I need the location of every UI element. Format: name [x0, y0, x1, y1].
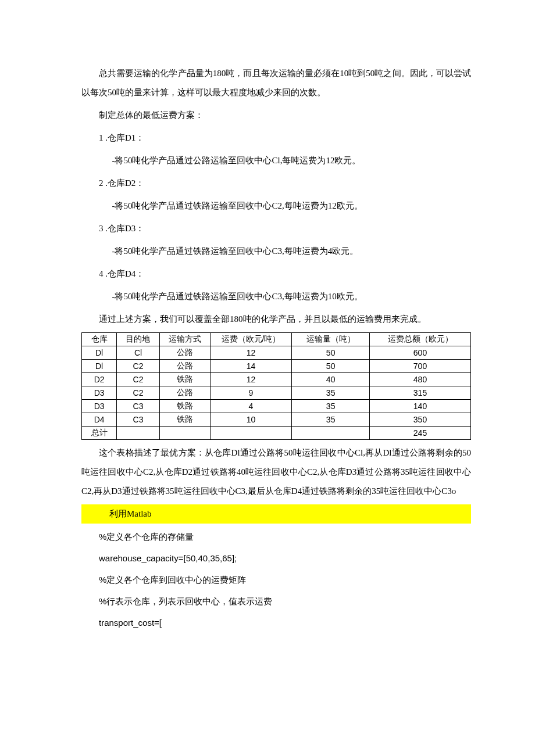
cell: 铁路: [159, 373, 210, 386]
table-row: D2 C2 铁路 12 40 480: [82, 373, 471, 386]
table-row-total: 总计 245: [82, 427, 471, 440]
list-item-d4: 4 .仓库D4：: [81, 264, 471, 284]
cell: 50: [292, 346, 370, 360]
cell: 50: [292, 360, 370, 373]
cell: 公路: [159, 360, 210, 373]
cell: Cl: [117, 346, 160, 360]
cell: 铁路: [159, 400, 210, 413]
cell: 315: [370, 386, 471, 400]
cell: 140: [370, 400, 471, 413]
cell: 35: [292, 386, 370, 400]
cell: C3: [117, 400, 160, 413]
cell: 480: [370, 373, 471, 386]
th-rate: 运费（欧元/吨）: [210, 333, 291, 346]
paragraph-intro: 总共需要运输的化学产品量为180吨，而且每次运输的量必须在10吨到50吨之间。因…: [81, 64, 471, 102]
table-row: D3 C3 铁路 4 35 140: [82, 400, 471, 413]
code-line: %定义各个仓库的存储量: [81, 527, 471, 546]
cell: 35: [292, 400, 370, 413]
cell: 14: [210, 360, 291, 373]
th-warehouse: 仓库: [82, 333, 117, 346]
th-qty: 运输量（吨）: [292, 333, 370, 346]
table-row: D3 C2 公路 9 35 315: [82, 386, 471, 400]
cell: C2: [117, 360, 160, 373]
cell: 600: [370, 346, 471, 360]
cell: D3: [82, 400, 117, 413]
paragraph-plan-heading: 制定总体的最低运费方案：: [81, 106, 471, 125]
list-item-d1: 1 .仓库D1：: [81, 128, 471, 148]
th-mode: 运输方式: [159, 333, 210, 346]
list-item-d3-detail: -将50吨化学产品通过铁路运输至回收中心C3,每吨运费为4欧元。: [81, 242, 471, 261]
list-item-d3: 3 .仓库D3：: [81, 219, 471, 238]
table-row: D4 C3 铁路 10 35 350: [82, 413, 471, 427]
table-row: Dl Cl 公路 12 50 600: [82, 346, 471, 360]
cell: 4: [210, 400, 291, 413]
cell: [159, 427, 210, 440]
code-line: %定义各个仓库到回收中心的运费矩阵: [81, 570, 471, 589]
list-item-d4-detail: -将50吨化学产品通过铁路运输至回收中心C3,每吨运费为10欧元。: [81, 287, 471, 306]
cell: 12: [210, 373, 291, 386]
highlight-matlab: 利用Matlab: [81, 504, 471, 524]
cell: 9: [210, 386, 291, 400]
cell: 40: [292, 373, 370, 386]
code-line: %行表示仓库，列表示回收中心，值表示运费: [81, 592, 471, 611]
code-line: transport_cost=[: [81, 613, 471, 632]
table-body: Dl Cl 公路 12 50 600 Dl C2 公路 14 50 700 D2…: [82, 346, 471, 440]
cell: C2: [117, 373, 160, 386]
cell: 总计: [82, 427, 117, 440]
cost-table: 仓库 目的地 运输方式 运费（欧元/吨） 运输量（吨） 运费总额（欧元） Dl …: [81, 332, 471, 440]
table-header-row: 仓库 目的地 运输方式 运费（欧元/吨） 运输量（吨） 运费总额（欧元）: [82, 333, 471, 346]
cell: 铁路: [159, 413, 210, 427]
list-item-d1-detail: -将50吨化学产品通过公路运输至回收中心Cl,每吨运费为12欧元。: [81, 151, 471, 170]
cell: 公路: [159, 386, 210, 400]
list-item-d2: 2 .仓库D2：: [81, 174, 471, 193]
paragraph-table-description: 这个表格描述了最优方案：从仓库Dl通过公路将50吨运往回收中心Cl,再从Dl通过…: [81, 443, 471, 501]
cell: C3: [117, 413, 160, 427]
document-page: 总共需要运输的化学产品量为180吨，而且每次运输的量必须在10吨到50吨之间。因…: [0, 0, 535, 669]
cell: [210, 427, 291, 440]
cell: 350: [370, 413, 471, 427]
cell: 10: [210, 413, 291, 427]
cell: C2: [117, 386, 160, 400]
cell: D3: [82, 386, 117, 400]
cell: [292, 427, 370, 440]
cell: Dl: [82, 346, 117, 360]
cell: 12: [210, 346, 291, 360]
cell: 245: [370, 427, 471, 440]
cell: D2: [82, 373, 117, 386]
table-row: Dl C2 公路 14 50 700: [82, 360, 471, 373]
code-line: warehouse_capacity=[50,40,35,65];: [81, 549, 471, 568]
cell: D4: [82, 413, 117, 427]
cell: Dl: [82, 360, 117, 373]
list-item-d2-detail: -将50吨化学产品通过铁路运输至回收中心C2,每吨运费为12欧元。: [81, 196, 471, 216]
cell: 公路: [159, 346, 210, 360]
th-total: 运费总额（欧元）: [370, 333, 471, 346]
paragraph-conclusion: 通过上述方案，我们可以覆盖全部180吨的化学产品，并且以最低的运输费用来完成。: [81, 310, 471, 329]
cell: 700: [370, 360, 471, 373]
th-destination: 目的地: [117, 333, 160, 346]
cell: [117, 427, 160, 440]
cell: 35: [292, 413, 370, 427]
